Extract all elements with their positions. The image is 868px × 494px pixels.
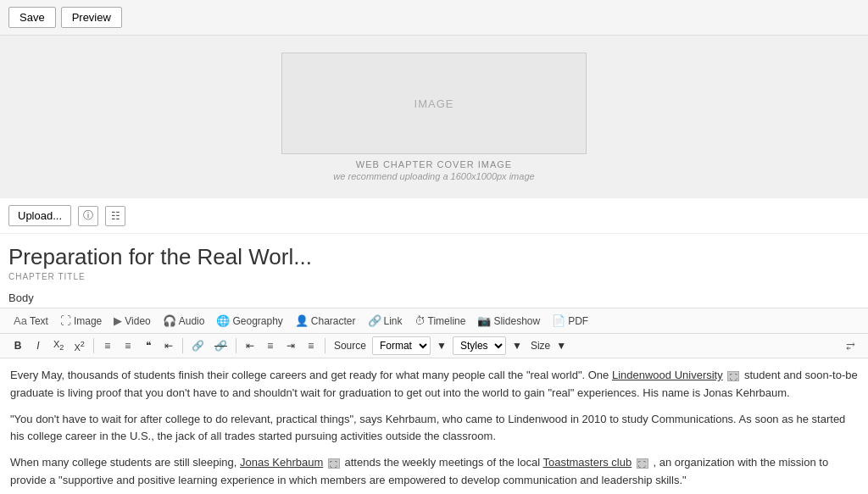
chapter-title: Preparation for the Real Worl... (8, 244, 860, 270)
upload-button[interactable]: Upload... (8, 205, 71, 226)
chapter-area: Preparation for the Real Worl... CHAPTER… (0, 234, 868, 286)
separator-1 (93, 338, 94, 353)
paragraph-3: When many college students are still sle… (10, 454, 858, 490)
timeline-icon: ⏱ (415, 314, 426, 327)
character-icon: 👤 (295, 314, 309, 327)
source-label: Source (334, 340, 366, 352)
format-dropdown-arrow[interactable]: ▼ (432, 338, 451, 353)
image-area: IMAGE WEB CHAPTER COVER IMAGE we recomme… (0, 36, 868, 198)
insert-geography[interactable]: 🌐 Geography (211, 312, 287, 330)
bold-button[interactable]: B (8, 338, 27, 353)
insert-link[interactable]: 🔗 Link (363, 312, 408, 330)
geography-icon: 🌐 (216, 314, 230, 327)
insert-audio[interactable]: 🎧 Audio (158, 312, 210, 330)
image-recommendation: we recommend uploading a 1600x1000px ima… (333, 171, 534, 181)
top-toolbar: Save Preview (0, 0, 868, 36)
upload-row: Upload... ⓘ ☷ (0, 198, 868, 234)
body-label: Body (0, 286, 868, 308)
size-label: Size (531, 340, 550, 352)
insert-character-label: Character (311, 315, 356, 327)
expand-button[interactable]: ⥂ (842, 338, 860, 354)
align-right-button[interactable]: ⇥ (281, 338, 300, 353)
ordered-list-button[interactable]: ≡ (98, 338, 117, 353)
linked-text-2[interactable]: Jonas Kehrbaum (240, 456, 323, 469)
info-icon: ⓘ (83, 208, 93, 223)
italic-button[interactable]: I (29, 338, 47, 353)
text-icon: Aa (14, 314, 27, 327)
separator-4 (325, 338, 326, 353)
blockquote-button[interactable]: ❝ (139, 338, 158, 353)
audio-icon: 🎧 (163, 314, 176, 327)
link-button[interactable]: 🔗 (187, 338, 209, 353)
image-placeholder: IMAGE (281, 53, 587, 154)
insert-timeline-label: Timeline (428, 315, 466, 327)
unlink-button[interactable]: 🔗 (210, 338, 231, 353)
insert-audio-label: Audio (179, 315, 205, 327)
insert-slideshow-label: Slideshow (493, 315, 540, 327)
align-center-button[interactable]: ≡ (261, 338, 280, 353)
separator-3 (236, 338, 236, 353)
paragraph-2: "You don't have to wait for after colleg… (10, 411, 858, 447)
save-button[interactable]: Save (8, 7, 56, 28)
paragraph-3-mid: attends the weekly meetings of the local (345, 456, 541, 469)
image-icon: ⛶ (60, 314, 71, 327)
inline-image-2: ⛶ (328, 458, 340, 469)
link-icon: 🔗 (368, 314, 381, 327)
format-select[interactable]: Format (372, 336, 431, 355)
image-label: WEB CHAPTER COVER IMAGE (356, 159, 512, 169)
styles-dropdown-arrow[interactable]: ▼ (508, 338, 526, 353)
outdent-button[interactable]: ⇤ (159, 338, 178, 353)
insert-slideshow[interactable]: 📷 Slideshow (472, 312, 545, 330)
inline-image-3: ⛶ (637, 458, 648, 469)
insert-image-label: Image (74, 315, 102, 327)
separator-2 (182, 338, 183, 353)
insert-pdf-label: PDF (568, 315, 588, 327)
paragraph-1-start: Every May, thousands of students finish … (10, 369, 609, 381)
superscript-button[interactable]: X2 (70, 338, 88, 354)
unordered-list-button[interactable]: ≡ (119, 338, 137, 353)
linked-text-1[interactable]: Lindenwood University (612, 369, 723, 381)
justify-button[interactable]: ≡ (302, 338, 320, 353)
format-toolbar: B I X2 X2 ≡ ≡ ❝ ⇤ 🔗 🔗 ⇤ ≡ ⇥ ≡ Source For… (0, 334, 868, 358)
linked-text-3[interactable]: Toastmasters club (542, 456, 632, 469)
insert-video[interactable]: ▶ Video (108, 312, 155, 330)
insert-toolbar: Aa Text ⛶ Image ▶ Video 🎧 Audio 🌐 Geogra… (0, 308, 868, 334)
insert-text-label: Text (30, 315, 48, 327)
size-dropdown-arrow[interactable]: ▼ (552, 338, 570, 353)
pdf-icon: 📄 (552, 314, 565, 327)
delete-icon: ☷ (111, 210, 120, 222)
paragraph-1: Every May, thousands of students finish … (10, 367, 858, 402)
source-button[interactable]: Source (330, 338, 370, 353)
paragraph-3-start: When many college students are still sle… (10, 456, 236, 469)
video-icon: ▶ (114, 314, 122, 327)
insert-video-label: Video (125, 315, 150, 327)
insert-timeline[interactable]: ⏱ Timeline (409, 312, 471, 330)
chapter-label: CHAPTER TITLE (8, 272, 860, 281)
insert-geography-label: Geography (232, 315, 282, 327)
info-button[interactable]: ⓘ (78, 206, 98, 226)
insert-image[interactable]: ⛶ Image (55, 312, 107, 330)
slideshow-icon: 📷 (477, 314, 491, 327)
styles-select[interactable]: Styles (453, 336, 506, 355)
align-left-button[interactable]: ⇤ (241, 338, 259, 353)
preview-button[interactable]: Preview (61, 7, 122, 28)
subscript-button[interactable]: X2 (49, 337, 68, 353)
insert-pdf[interactable]: 📄 PDF (547, 312, 593, 330)
insert-character[interactable]: 👤 Character (290, 312, 361, 330)
inline-image-1: ⛶ (727, 371, 739, 381)
insert-text[interactable]: Aa Text (8, 312, 53, 330)
insert-link-label: Link (384, 315, 403, 327)
delete-button[interactable]: ☷ (105, 206, 125, 226)
editor-area[interactable]: Every May, thousands of students finish … (0, 358, 868, 494)
